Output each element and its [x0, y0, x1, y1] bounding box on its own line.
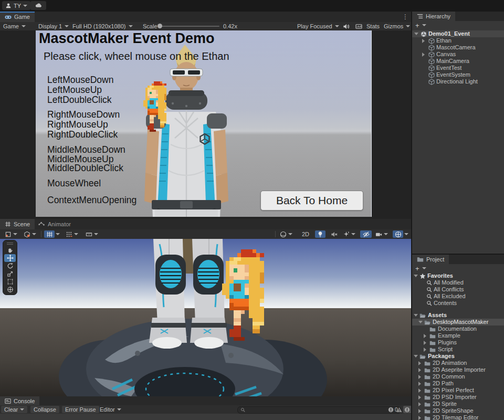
collapse-arrow-icon[interactable] — [414, 314, 418, 317]
hierarchy-item-scene[interactable]: Demo01_Event — [412, 30, 504, 37]
tab-game[interactable]: Game — [0, 12, 35, 22]
expand-arrow-icon[interactable] — [422, 52, 425, 57]
shading-mode-dropdown[interactable] — [278, 230, 294, 238]
account-menu[interactable]: TY — [2, 1, 30, 10]
rotate-tool[interactable] — [4, 262, 16, 270]
console-log-area[interactable] — [0, 414, 411, 420]
project-package[interactable]: 2D Animation — [412, 360, 504, 366]
scale-slider-track[interactable] — [159, 26, 219, 27]
tab-console[interactable]: Console — [0, 396, 39, 405]
project-package[interactable]: 2D SpriteShape — [412, 407, 504, 414]
stats-button[interactable]: Stats — [366, 22, 380, 30]
tab-project[interactable]: Project — [412, 255, 449, 264]
move-tool[interactable] — [4, 254, 16, 262]
scene-camera-dropdown[interactable] — [374, 230, 390, 238]
tab-animator[interactable]: Animator — [34, 219, 76, 229]
collapse-arrow-icon[interactable] — [418, 321, 423, 323]
increment-snap-dropdown[interactable] — [64, 230, 80, 238]
expand-arrow-icon[interactable] — [418, 375, 421, 379]
project-favorite-item[interactable]: All Conflicts — [412, 286, 504, 293]
transform-tool[interactable] — [4, 286, 16, 293]
console-collapse-button[interactable]: Collapse — [30, 406, 59, 413]
project-favorite-item[interactable]: All Excluded — [412, 293, 504, 300]
grid-snapping-dropdown[interactable] — [55, 230, 61, 238]
mute-audio-button[interactable] — [341, 23, 351, 30]
view-hand-tool[interactable] — [4, 246, 16, 254]
project-package[interactable]: 2D Tilemap Editor — [412, 414, 504, 420]
measure-tool-dropdown[interactable] — [84, 230, 100, 238]
project-package[interactable]: 2D Sprite — [412, 401, 504, 407]
scene-audio-button[interactable] — [329, 230, 339, 238]
expand-arrow-icon[interactable] — [418, 388, 421, 393]
game-aspect-dropdown[interactable]: Game — [3, 22, 26, 30]
game-render[interactable]: MascotMaker Event Demo Please click, whe… — [36, 30, 372, 217]
expand-arrow-icon[interactable] — [424, 348, 426, 352]
rect-tool[interactable] — [4, 278, 16, 286]
back-to-home-button[interactable]: Back To Home — [260, 191, 363, 211]
hierarchy-item[interactable]: Ethan — [412, 37, 504, 44]
scene-viewport[interactable]: y x ≡ Iso — [0, 239, 411, 396]
game-viewport[interactable]: MascotMaker Event Demo Please click, whe… — [0, 30, 411, 219]
resolution-dropdown[interactable]: Full HD (1920x1080) — [72, 22, 133, 30]
display-dropdown[interactable]: Display 1 — [38, 22, 69, 30]
console-clear-button[interactable]: Clear — [1, 406, 27, 413]
project-package[interactable]: 2D Common — [412, 373, 504, 380]
game-view-menu-icon[interactable]: ⋮ — [402, 13, 408, 20]
expand-arrow-icon[interactable] — [418, 361, 421, 365]
hierarchy-item[interactable]: Canvas — [412, 51, 504, 58]
project-package[interactable]: 2D Path — [412, 380, 504, 387]
expand-arrow-icon[interactable] — [424, 334, 426, 338]
project-assets-root[interactable]: Assets — [412, 312, 504, 319]
expand-arrow-icon[interactable] — [418, 402, 421, 406]
toggle-2d-button[interactable]: 2D — [299, 230, 312, 238]
project-folder-selected[interactable]: DesktopMascotMaker — [412, 319, 504, 326]
metrics-button[interactable] — [354, 23, 363, 30]
project-packages-root[interactable]: Packages — [412, 353, 504, 360]
expand-arrow-icon[interactable] — [418, 409, 421, 413]
tab-scene[interactable]: Scene — [0, 219, 35, 229]
project-folder[interactable]: Plugins — [412, 339, 504, 346]
expand-arrow-icon[interactable] — [418, 416, 421, 420]
project-create-dropdown[interactable]: + — [415, 264, 426, 272]
tool-handle-rotation-dropdown[interactable] — [22, 230, 38, 238]
project-package[interactable]: 2D PSD Importer — [412, 394, 504, 401]
cloud-services-button[interactable] — [30, 1, 46, 10]
tab-hierarchy[interactable]: Hierarchy — [412, 12, 455, 21]
hierarchy-item[interactable]: Directional Light — [412, 78, 504, 85]
project-tree[interactable]: Favorites All Modified All Conflicts All… — [412, 272, 504, 420]
expand-arrow-icon[interactable] — [424, 341, 426, 345]
effects-dropdown[interactable] — [341, 230, 357, 238]
project-package[interactable]: 2D Pixel Perfect — [412, 387, 504, 394]
expand-arrow-icon[interactable] — [418, 368, 421, 372]
console-search-input[interactable] — [237, 406, 401, 414]
hierarchy-item[interactable]: MainCamera — [412, 58, 504, 65]
collapse-arrow-icon[interactable] — [414, 355, 418, 358]
project-package[interactable]: 2D Aseprite Importer — [412, 366, 504, 373]
scale-slider-knob[interactable] — [158, 24, 162, 28]
gizmos-dropdown[interactable]: Gizmos — [384, 22, 410, 30]
project-favorite-item[interactable]: Contents — [412, 300, 504, 307]
project-folder[interactable]: Documentation — [412, 326, 504, 332]
hierarchy-create-dropdown[interactable]: + — [415, 21, 426, 29]
grid-snapping-button[interactable] — [44, 230, 55, 238]
collapse-arrow-icon[interactable] — [414, 33, 418, 35]
hierarchy-item[interactable]: EventSystem — [412, 71, 504, 78]
project-favorites[interactable]: Favorites — [412, 272, 504, 279]
component-tools-button[interactable] — [393, 230, 403, 238]
expand-arrow-icon[interactable] — [422, 39, 425, 43]
tool-handle-position-dropdown[interactable] — [3, 230, 19, 238]
scene-lighting-button[interactable] — [315, 230, 326, 238]
console-editor-dropdown[interactable]: Editor — [97, 406, 124, 413]
component-tools-dropdown[interactable] — [403, 230, 410, 238]
hierarchy-item[interactable]: MascotCamera — [412, 44, 504, 51]
collapse-arrow-icon[interactable] — [414, 275, 418, 277]
project-folder[interactable]: Script — [412, 346, 504, 353]
hierarchy-item[interactable]: EventTest — [412, 65, 504, 71]
drag-handle-icon[interactable] — [7, 243, 13, 245]
play-focused-dropdown[interactable]: Play Focused — [297, 22, 339, 30]
project-folder[interactable]: Example — [412, 332, 504, 339]
expand-arrow-icon[interactable] — [418, 382, 421, 386]
project-favorite-item[interactable]: All Modified — [412, 279, 504, 286]
hierarchy-tree[interactable]: Demo01_Event Ethan MascotCamera Canvas — [412, 29, 504, 254]
scale-tool[interactable] — [4, 270, 16, 278]
